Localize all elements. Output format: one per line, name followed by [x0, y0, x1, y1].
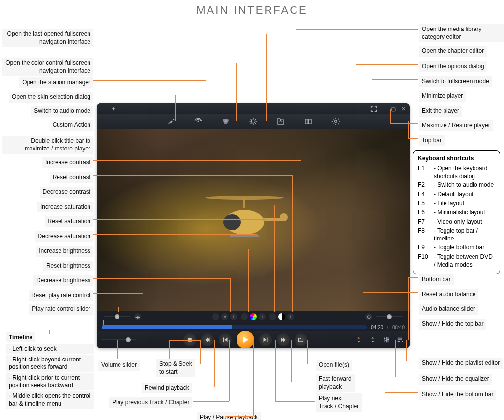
shortcut-desc: - Lite layout — [434, 200, 495, 208]
annotation-label: Play rate control slider — [29, 304, 93, 315]
annotation-label: Play previous Track / Chapter — [109, 397, 192, 408]
shortcut-desc: - Toggle top bar / timeline — [434, 227, 495, 242]
svg-rect-13 — [188, 338, 192, 342]
audio-mode-button[interactable]: − — [100, 105, 107, 112]
decrease-brightness-button[interactable]: − — [212, 313, 219, 320]
annotation-label: Minimize player — [419, 91, 466, 102]
decrease-contrast-button[interactable]: − — [269, 313, 276, 320]
svg-point-0 — [198, 121, 199, 122]
shortcut-row: F4- Default layout — [418, 191, 495, 199]
nav-interface-button[interactable] — [248, 117, 258, 126]
open-file-button[interactable] — [295, 333, 307, 346]
annotation-label: Open the last opened fullscreen navigati… — [2, 29, 93, 47]
annotation-label: Top bar — [419, 135, 445, 146]
svg-rect-14 — [223, 338, 224, 342]
increase-contrast-button[interactable]: + — [287, 313, 294, 320]
annotation-label: Reset contrast — [50, 172, 93, 183]
annotation-label: Switch to audio mode — [31, 106, 93, 117]
timeline-help-title: Timeline — [6, 332, 35, 342]
chapter-editor-button[interactable] — [303, 117, 313, 126]
skin-dialog-button[interactable] — [166, 117, 176, 126]
svg-point-21 — [387, 338, 389, 340]
color-control-button[interactable] — [221, 117, 231, 126]
top-bar — [97, 114, 410, 129]
shortcut-key: F6 — [418, 209, 431, 217]
equalizer-button[interactable] — [382, 335, 391, 344]
options-button[interactable] — [331, 117, 341, 126]
annotation-label: Reset play rate control — [29, 290, 93, 301]
toggle-bottombar-button[interactable] — [368, 335, 377, 344]
keyboard-shortcuts-box: Keyboard shortcuts F1- Open the keyboard… — [413, 150, 500, 274]
decrease-saturation-button[interactable]: − — [241, 313, 248, 320]
next-button[interactable] — [259, 333, 272, 346]
titlebar[interactable]: − ✦ − ▢ ✕ — [97, 103, 410, 114]
svg-rect-7 — [243, 198, 245, 208]
increase-brightness-button[interactable]: + — [230, 313, 237, 320]
annotation-label: Reset audio balance — [419, 289, 478, 300]
shortcut-key: F9 — [418, 244, 431, 252]
increase-saturation-button[interactable]: + — [259, 313, 266, 320]
shortcut-key: F7 — [418, 218, 431, 226]
reset-play-rate-button[interactable]: ◂▸ — [134, 313, 141, 320]
annotation-label: Show / Hide the bottom bar — [419, 390, 496, 400]
balance-slider[interactable] — [376, 316, 403, 317]
annotation-label: Stop & Seek to start — [156, 359, 195, 377]
shortcut-row: F9- Toggle bottom bar — [418, 244, 495, 252]
fullscreen-button[interactable] — [370, 105, 377, 112]
shortcut-desc: - Video only layout — [434, 218, 495, 226]
station-manager-button[interactable] — [193, 117, 203, 126]
close-button[interactable]: ✕ — [400, 105, 407, 112]
svg-point-11 — [280, 213, 288, 221]
annotation-label: Show / Hide the top bar — [419, 319, 486, 330]
shortcut-desc: - Toggle between DVD / Media modes — [434, 253, 495, 269]
video-area[interactable] — [97, 129, 410, 311]
svg-point-3 — [224, 121, 228, 125]
previous-button[interactable] — [219, 333, 232, 346]
shortcut-row: F6- Minimalistic layout — [418, 209, 495, 217]
duration: 08:40 — [392, 325, 405, 330]
play-pause-button[interactable] — [237, 331, 254, 348]
annotation-label: Custom Action — [50, 120, 93, 131]
current-time: 04:20 — [371, 325, 383, 330]
fast-forward-button[interactable] — [277, 333, 290, 346]
stop-button[interactable] — [183, 333, 196, 346]
annotation-label: Volume slider — [98, 360, 140, 371]
shortcut-desc: - Minimalistic layout — [434, 209, 495, 217]
control-strip: ◂▸ − ☀ + − + − + ⊙ — [97, 311, 410, 323]
timeline-help-box: Timeline - Left-click to seek- Right-cli… — [6, 332, 94, 410]
reset-contrast-button[interactable] — [278, 313, 285, 320]
minimize-button[interactable]: − — [380, 105, 387, 112]
annotation-label: Open the station manager — [19, 77, 93, 88]
custom-action-button[interactable]: ✦ — [110, 105, 117, 112]
reset-saturation-button[interactable] — [250, 313, 257, 320]
reset-balance-button[interactable]: ⊙ — [365, 313, 372, 320]
shortcut-row: F10- Toggle between DVD / Media modes — [418, 253, 495, 269]
shortcut-desc: - Toggle bottom bar — [434, 244, 495, 252]
annotation-label: Open the options dialog — [419, 61, 487, 72]
shortcuts-title: Keyboard shortcuts — [418, 155, 495, 162]
maximize-button[interactable]: ▢ — [390, 105, 397, 112]
annotation-label: Increase contrast — [42, 157, 93, 168]
shortcut-row: F1- Open the keyboard shortcuts dialog — [418, 165, 495, 180]
rewind-button[interactable] — [201, 333, 214, 346]
shortcut-row: F2- Switch to audio mode — [418, 181, 495, 189]
shortcut-desc: - Switch to audio mode — [434, 181, 495, 189]
shortcut-key: F1 — [418, 165, 431, 180]
annotation-label: Switch to fullscreen mode — [419, 76, 492, 87]
shortcut-desc: - Default layout — [434, 191, 495, 199]
timeline-help-item: - Right-click prior to current position … — [6, 373, 94, 390]
svg-point-19 — [384, 338, 386, 340]
shortcut-key: F10 — [418, 253, 431, 269]
toggle-topbar-button[interactable] — [355, 335, 363, 344]
playlist-button[interactable] — [396, 335, 405, 344]
media-library-button[interactable] — [276, 117, 286, 126]
timeline-seekbar[interactable] — [102, 325, 367, 329]
play-rate-slider[interactable] — [104, 316, 130, 317]
annotation-label: Open the media library category editor — [419, 24, 504, 42]
annotation-label: Open the chapter editor — [419, 46, 487, 57]
shortcut-key: F5 — [418, 200, 431, 208]
volume-slider[interactable] — [102, 339, 136, 340]
reset-brightness-button[interactable]: ☀ — [221, 313, 228, 320]
shortcut-row: F8- Toggle top bar / timeline — [418, 227, 495, 242]
annotation-label: Open the skin selection dialog — [9, 92, 93, 103]
